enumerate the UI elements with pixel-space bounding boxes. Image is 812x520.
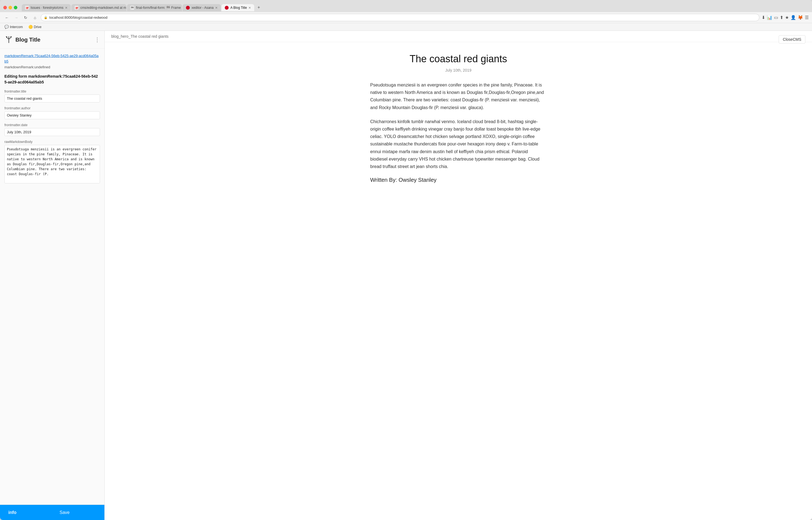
svg-line-1 [7,37,9,39]
tab-label-1: Issues · forestryio/cms [31,6,63,10]
share-icon[interactable]: ⬆ [780,15,783,20]
url-security-icon: 🔒 [44,16,48,19]
raw-markdown-label: rawMarkdownBody [4,140,100,144]
tab-final-form[interactable]: 🏁 final-form/final-form: 🏁 Frame ✕ [127,4,182,11]
reload-button[interactable]: ↻ [22,14,29,21]
tab-favicon-3: 🏁 [130,6,134,10]
close-button[interactable] [3,6,7,9]
tab-label-3: final-form/final-form: 🏁 Frame [136,6,181,10]
bookmarks-bar: 💬 Intercom 🟡 Drive [0,23,812,31]
sidebar-menu-button[interactable]: ⋮ [95,36,100,43]
save-button[interactable]: Save [25,505,104,520]
blog-content: The coastal red giants July 10th, 2019 P… [359,42,557,200]
blog-paragraph-2: Chicharrones kinfolk tumblr narwhal venm… [370,118,547,170]
tab-blog-title[interactable]: A Blog Title ✕ [221,4,254,11]
sidebar-logo: Blog Title [4,35,41,44]
minimize-button[interactable] [8,6,12,9]
tab-issues[interactable]: 🐙 Issues · forestryio/cms ✕ [22,4,71,11]
svg-line-4 [7,36,7,37]
bookmark-intercom[interactable]: 💬 Intercom [3,24,24,29]
remark-undefined: markdownRemark:undefined [4,65,100,69]
reading-list-icon[interactable]: 📊 [767,15,772,20]
blog-paragraph-1: Pseudotsuga menziesii is an evergreen co… [370,81,547,111]
blog-preview: CloseCMS blog_hero_The coastal red giant… [105,31,812,520]
tab-close-5[interactable]: ✕ [248,6,251,10]
tab-label-4: xeditor - Asana [191,6,213,10]
bookmark-icon[interactable]: ★ [785,15,789,20]
frontmatter-author-group: frontmatter.author [4,106,100,119]
nav-bar: ← → ↻ ⌂ 🔒 localhost:8000/blog/coastal-re… [0,12,812,23]
cms-sidebar: Blog Title ⋮ markdownRemark:75caa624-56e… [0,31,105,520]
frontmatter-title-label: frontmatter.title [4,89,100,94]
svg-line-6 [11,36,11,37]
blog-title: The coastal red giants [370,53,547,65]
sidebar-header: Blog Title ⋮ [0,31,104,49]
tab-label-5: A Blog Title [230,6,247,10]
drive-icon: 🟡 [28,25,33,29]
frontmatter-title-group: frontmatter.title [4,89,100,102]
tab-favicon-5 [225,6,229,10]
svg-line-2 [9,37,11,39]
bookmark-intercom-label: Intercom [10,25,23,29]
profile-icon[interactable]: 👤 [790,15,796,20]
tab-label-2: cms/editing-markdown.md at m [80,6,126,10]
intercom-icon: 💬 [4,25,9,29]
close-cms-button[interactable]: CloseCMS [779,35,805,44]
frontmatter-date-input[interactable] [4,128,100,136]
sidebar-footer: info Save [0,504,104,520]
title-bar: 🐙 Issues · forestryio/cms ✕ 🐙 cms/editin… [0,0,812,12]
download-icon[interactable]: ⬇ [762,15,765,20]
sidebar-icon[interactable]: ▭ [774,15,778,20]
tab-favicon-4 [186,6,190,10]
raw-markdown-textarea[interactable]: Pseudotsuga menziesii is an evergreen co… [4,145,100,183]
nav-icons: ⬇ 📊 ▭ ⬆ ★ 👤 🦊 ☰ [762,15,809,20]
blog-hero-label: blog_hero_The coastal red giants [105,31,812,42]
info-button[interactable]: info [0,505,25,520]
editing-form-title: Editing form markdownRemark:75caa624-56e… [4,74,100,85]
bookmark-drive[interactable]: 🟡 Drive [27,24,43,29]
url-bar[interactable]: 🔒 localhost:8000/blog/coastal-redwood [41,14,759,21]
frontmatter-author-input[interactable] [4,111,100,119]
raw-markdown-group: rawMarkdownBody Pseudotsuga menziesii is… [4,140,100,185]
new-tab-button[interactable]: + [255,4,262,11]
forward-button[interactable]: → [13,14,20,21]
sidebar-body: markdownRemark:75caa624-56eb-5425-ae29-a… [0,49,104,504]
logo-icon [4,35,13,44]
tab-close-4[interactable]: ✕ [215,6,217,10]
back-button[interactable]: ← [3,14,10,21]
remark-id[interactable]: markdownRemark:75caa624-56eb-5425-ae29-a… [4,53,100,64]
url-text: localhost:8000/blog/coastal-redwood [49,16,756,20]
home-button[interactable]: ⌂ [31,14,38,21]
frontmatter-date-group: frontmatter.date [4,123,100,136]
browser-window: 🐙 Issues · forestryio/cms ✕ 🐙 cms/editin… [0,0,812,520]
browser-content: Blog Title ⋮ markdownRemark:75caa624-56e… [0,31,812,520]
blog-written-by: Written By: Owsley Stanley [370,177,547,183]
logo-text: Blog Title [16,36,41,43]
bookmark-drive-label: Drive [34,25,42,29]
tab-close-1[interactable]: ✕ [65,6,68,10]
frontmatter-title-input[interactable] [4,95,100,102]
traffic-lights [3,6,17,9]
frontmatter-author-label: frontmatter.author [4,106,100,110]
frontmatter-date-label: frontmatter.date [4,123,100,127]
menu-icon[interactable]: ☰ [805,15,809,20]
tab-xeditor[interactable]: xeditor - Asana ✕ [183,4,221,11]
blog-date: July 10th, 2019 [370,68,547,73]
tab-favicon-1: 🐙 [25,6,29,10]
maximize-button[interactable] [14,6,17,9]
tab-favicon-2: 🐙 [75,6,79,10]
firefox-icon[interactable]: 🦊 [798,15,803,20]
tabs-bar: 🐙 Issues · forestryio/cms ✕ 🐙 cms/editin… [22,4,809,11]
tab-cms-editing[interactable]: 🐙 cms/editing-markdown.md at m ✕ [71,4,126,11]
